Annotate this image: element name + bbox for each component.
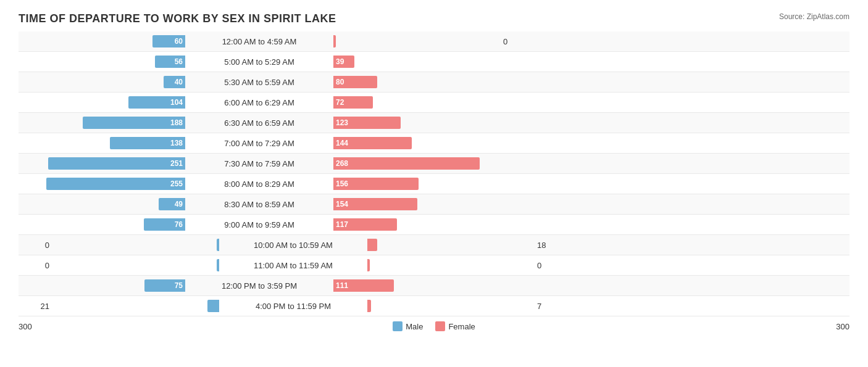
right-bar-container: 72: [333, 96, 500, 109]
legend-male-label: Male: [406, 322, 423, 331]
right-bar-container: 154: [333, 198, 500, 210]
legend-male: Male: [393, 321, 423, 331]
male-bar: 251: [48, 157, 185, 170]
time-label: 4:00 PM to 11:59 PM: [219, 302, 367, 311]
female-bar: [333, 35, 336, 47]
time-label: 5:30 AM to 5:59 AM: [185, 78, 333, 87]
right-bar-container: 117: [333, 218, 500, 231]
left-bar-container: 75: [19, 279, 185, 292]
female-value: 18: [534, 241, 568, 250]
time-label: 11:00 AM to 11:59 AM: [219, 261, 367, 270]
right-bar-container: 80: [333, 76, 500, 88]
source-label: Source: ZipAtlas.com: [779, 12, 849, 21]
female-value: 0: [534, 261, 568, 270]
left-bar-container: 40: [19, 76, 185, 88]
female-bar: 117: [333, 218, 397, 231]
legend-female: Female: [435, 321, 475, 331]
table-row: 010:00 AM to 10:59 AM18: [19, 235, 849, 255]
left-bar-container: 76: [19, 218, 185, 231]
table-row: 769:00 AM to 9:59 AM117: [19, 215, 849, 235]
right-bar-container: 268: [333, 157, 500, 170]
female-bar: 268: [333, 157, 480, 170]
right-bar-container: 156: [333, 178, 500, 190]
left-bar-container: 60: [19, 35, 185, 47]
axis-right-min: 300: [812, 322, 849, 331]
left-bar-container: 104: [19, 96, 185, 109]
right-bar-container: 111: [333, 279, 500, 292]
left-bar-container: 49: [19, 198, 185, 210]
time-label: 10:00 AM to 10:59 AM: [219, 241, 367, 250]
legend: Male Female: [56, 321, 812, 331]
time-label: 8:30 AM to 8:59 AM: [185, 200, 333, 209]
right-bar-container: 144: [333, 137, 500, 149]
female-bar: 72: [333, 96, 373, 109]
male-bar: 40: [164, 76, 185, 88]
time-label: 12:00 PM to 3:59 PM: [185, 281, 333, 291]
left-bar-container: [52, 259, 219, 271]
legend-male-box: [393, 321, 403, 331]
time-label: 7:30 AM to 7:59 AM: [185, 159, 333, 168]
table-row: 011:00 AM to 11:59 AM0: [19, 255, 849, 276]
table-row: 405:30 AM to 5:59 AM80: [19, 72, 849, 93]
male-value: 0: [19, 241, 52, 250]
female-bar: 123: [333, 117, 401, 129]
male-bar: [207, 300, 219, 312]
female-bar: 80: [333, 76, 377, 88]
legend-female-box: [435, 321, 445, 331]
axis-left-min: 300: [19, 322, 56, 331]
chart-title: TIME OF DEPARTURE TO WORK BY SEX IN SPIR…: [19, 12, 849, 25]
time-label: 8:00 AM to 8:29 AM: [185, 179, 333, 189]
table-row: 565:00 AM to 5:29 AM39: [19, 52, 849, 72]
chart-area: 6012:00 AM to 4:59 AM0565:00 AM to 5:29 …: [19, 31, 849, 316]
female-bar: 154: [333, 198, 417, 210]
table-row: 2558:00 AM to 8:29 AM156: [19, 174, 849, 194]
female-bar: 39: [333, 56, 354, 68]
female-value: 7: [534, 302, 568, 311]
legend-female-label: Female: [448, 322, 475, 331]
female-bar: 111: [333, 279, 394, 292]
time-label: 6:00 AM to 6:29 AM: [185, 98, 333, 107]
male-bar: 255: [46, 178, 185, 190]
table-row: 6012:00 AM to 4:59 AM0: [19, 31, 849, 52]
female-bar: 144: [333, 137, 412, 149]
male-value: 0: [19, 261, 52, 270]
left-bar-container: 138: [19, 137, 185, 149]
left-bar-container: 188: [19, 117, 185, 129]
table-row: 7512:00 PM to 3:59 PM111: [19, 276, 849, 296]
bottom-area: 300 Male Female 300: [19, 321, 849, 331]
female-bar: [367, 259, 370, 271]
right-bar-container: [367, 259, 534, 271]
left-bar-container: [52, 300, 219, 312]
male-bar: 188: [83, 117, 185, 129]
male-bar: 56: [155, 56, 185, 68]
time-label: 7:00 AM to 7:29 AM: [185, 139, 333, 148]
time-label: 5:00 AM to 5:29 AM: [185, 57, 333, 67]
male-bar: 49: [159, 198, 185, 210]
left-bar-container: 251: [19, 157, 185, 170]
male-bar: 60: [152, 35, 185, 47]
table-row: 498:30 AM to 8:59 AM154: [19, 194, 849, 215]
male-bar: 138: [110, 137, 185, 149]
chart-container: TIME OF DEPARTURE TO WORK BY SEX IN SPIR…: [0, 0, 868, 367]
left-bar-container: 255: [19, 178, 185, 190]
right-bar-container: [333, 35, 500, 47]
table-row: 2517:30 AM to 7:59 AM268: [19, 154, 849, 174]
table-row: 214:00 PM to 11:59 PM7: [19, 296, 849, 316]
right-bar-container: 39: [333, 56, 500, 68]
table-row: 1387:00 AM to 7:29 AM144: [19, 133, 849, 154]
female-bar: [367, 239, 377, 251]
time-label: 9:00 AM to 9:59 AM: [185, 220, 333, 229]
male-bar: 75: [144, 279, 185, 292]
left-bar-container: [52, 239, 219, 251]
male-bar: 104: [128, 96, 185, 109]
right-bar-container: 123: [333, 117, 500, 129]
right-bar-container: [367, 300, 534, 312]
female-bar: [367, 300, 371, 312]
time-label: 6:30 AM to 6:59 AM: [185, 118, 333, 128]
female-bar: 156: [333, 178, 419, 190]
time-label: 12:00 AM to 4:59 AM: [185, 37, 333, 46]
male-value: 21: [19, 302, 52, 311]
table-row: 1886:30 AM to 6:59 AM123: [19, 113, 849, 133]
female-value: 0: [500, 37, 534, 46]
table-row: 1046:00 AM to 6:29 AM72: [19, 93, 849, 113]
